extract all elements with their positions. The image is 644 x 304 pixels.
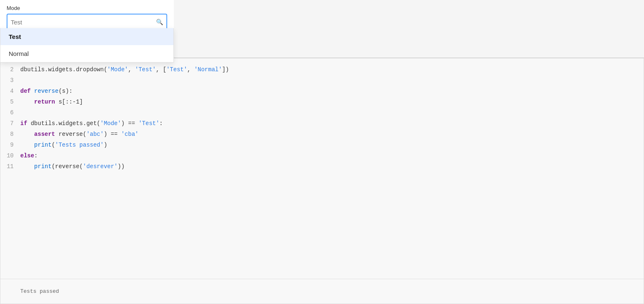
widget-input-wrapper: 🔍 <box>7 14 167 30</box>
table-row: 8 assert reverse('abc') == 'cba' <box>0 130 644 140</box>
line-number: 5 <box>0 97 20 106</box>
output-text: Tests passed <box>20 288 59 294</box>
table-row: 11 print(reverse('desrever')) <box>0 162 644 173</box>
mode-dropdown: Test Normal <box>0 28 174 63</box>
line-code: print('Tests passed') <box>20 140 644 150</box>
line-number: 8 <box>0 130 20 139</box>
widget-label: Mode <box>7 5 167 11</box>
line-number: 2 <box>0 65 20 74</box>
output-area: Tests passed <box>0 279 644 304</box>
line-code: assert reverse('abc') == 'cba' <box>20 130 644 139</box>
line-number: 4 <box>0 87 20 96</box>
mode-input[interactable] <box>11 19 156 26</box>
table-row: 3 <box>0 76 644 87</box>
line-code: return s[::-1] <box>20 97 644 106</box>
line-code: else: <box>20 151 644 160</box>
line-code: dbutils.widgets.dropdown('Mode', 'Test',… <box>20 65 644 74</box>
dropdown-item-normal[interactable]: Normal <box>0 45 173 62</box>
widget-area: Mode 🔍 <box>0 0 174 30</box>
line-code: print(reverse('desrever')) <box>20 162 644 171</box>
line-number: 3 <box>0 76 20 85</box>
line-number: 11 <box>0 162 20 171</box>
table-row: 4def reverse(s): <box>0 87 644 97</box>
line-code: if dbutils.widgets.get('Mode') == 'Test'… <box>20 119 644 128</box>
search-icon: 🔍 <box>156 19 163 25</box>
line-code: def reverse(s): <box>20 87 644 96</box>
line-number: 9 <box>0 140 20 150</box>
line-number: 7 <box>0 119 20 128</box>
line-number: 6 <box>0 108 20 117</box>
table-row: 5 return s[::-1] <box>0 97 644 108</box>
code-area: 2dbutils.widgets.dropdown('Mode', 'Test'… <box>0 58 644 279</box>
table-row: 7if dbutils.widgets.get('Mode') == 'Test… <box>0 119 644 130</box>
line-number: 10 <box>0 151 20 160</box>
notebook-cell: Python ▶ ▼ ✓ − ✕ 2dbutils.widgets.dropdo… <box>0 58 644 304</box>
dropdown-item-test[interactable]: Test <box>0 28 173 45</box>
table-row: 2dbutils.widgets.dropdown('Mode', 'Test'… <box>0 65 644 76</box>
table-row: 9 print('Tests passed') <box>0 140 644 151</box>
table-row: 6 <box>0 108 644 119</box>
table-row: 10else: <box>0 151 644 162</box>
